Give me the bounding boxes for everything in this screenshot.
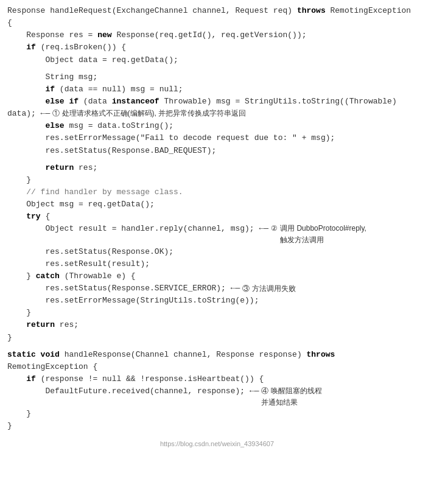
note-2-text1: 调用 DubboProtocol#reply, <box>280 223 366 234</box>
note-2-container: ② <box>271 223 278 234</box>
code-line: String msg; <box>7 71 427 83</box>
arrow-2: ←— <box>259 223 268 235</box>
note-2-text-container: 调用 DubboProtocol#reply, 触发方法调用 <box>280 223 366 245</box>
code-line: if (data == null) msg = null; <box>7 83 427 96</box>
note-4-text2: 并通知结果 <box>261 397 321 408</box>
code-line: } <box>7 307 427 319</box>
annotation-line-4: DefaultFuture.received(channel, response… <box>7 385 427 408</box>
code-line: Response res = new Response(req.getId(),… <box>7 29 427 41</box>
code-line: { <box>7 17 427 29</box>
code-line: res.setStatus(Response.BAD_REQUEST); <box>7 145 427 157</box>
note-3: ③ 方法调用失败 <box>242 283 295 295</box>
code-line: try { <box>7 211 427 223</box>
code-reply-line: Object result = handler.reply(channel, m… <box>7 223 259 235</box>
code-line: Object msg = req.getData(); <box>7 198 427 211</box>
arrow-1: ←— <box>41 108 51 120</box>
code-line: return res; <box>7 319 427 331</box>
annotation-line-2: Object result = handler.reply(channel, m… <box>7 223 427 245</box>
code-line: res.setResult(result); <box>7 258 427 270</box>
annotation-line-1: data); ←— ① 处理请求格式不正确(编解码), 并把异常传换成字符串返回 <box>7 108 427 120</box>
note-4-container: ④ 唤醒阻塞的线程 并通知结果 <box>261 385 321 408</box>
note-2-text2: 触发方法调用 <box>280 234 366 246</box>
note-2-line1: ② <box>271 223 278 234</box>
code-line: Object data = req.getData(); <box>7 54 427 66</box>
code-line: else msg = data.toString(); <box>7 120 427 132</box>
code-line: } <box>7 408 427 420</box>
code-line: return res; <box>7 162 427 174</box>
note-1: ① 处理请求格式不正确(编解码), 并把异常传换成字符串返回 <box>52 108 246 119</box>
code-line: RemotingException { <box>7 361 427 373</box>
code-received: DefaultFuture.received(channel, response… <box>7 385 250 397</box>
code-line: static void handleResponse(Channel chann… <box>7 349 427 361</box>
annotation-line-3b: res.setStatus(Response.SERVICE_ERROR); ←… <box>7 282 427 295</box>
code-catch-line: } catch (Throwable e) { <box>7 270 136 282</box>
code-line: if (req.isBroken()) { <box>7 41 427 54</box>
code-line: res.setStatus(Response.OK); <box>7 246 427 258</box>
code-line: else if (data instanceof Throwable) msg … <box>7 96 427 108</box>
note-4-text1: ④ 唤醒阻塞的线程 <box>261 385 321 397</box>
code-block: Response handleRequest(ExchangeChannel c… <box>0 0 434 438</box>
code-continuation: data); <box>7 108 41 120</box>
code-line: res.setErrorMessage(StringUtils.toString… <box>7 295 427 307</box>
code-line: res.setErrorMessage("Fail to decode requ… <box>7 132 427 144</box>
arrow-3: ←— <box>231 282 240 295</box>
code-line: } <box>7 332 427 344</box>
watermark: https://blog.csdn.net/weixin_43934607 <box>0 438 434 451</box>
code-line: Response handleRequest(ExchangeChannel c… <box>7 5 427 17</box>
code-service-error: res.setStatus(Response.SERVICE_ERROR); <box>7 282 231 295</box>
annotation-line-3: } catch (Throwable e) { <box>7 270 427 282</box>
code-line: } <box>7 420 427 432</box>
code-line: } <box>7 174 427 186</box>
code-line: if (response != null && !response.isHear… <box>7 373 427 385</box>
code-line: // find handler by message class. <box>7 186 427 198</box>
arrow-4: ←— <box>250 385 259 397</box>
